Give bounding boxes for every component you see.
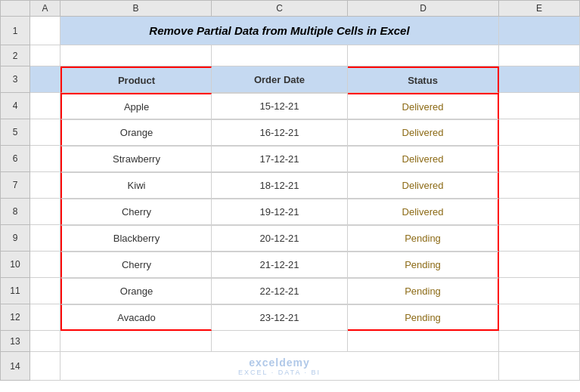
- cell-2c: [212, 45, 348, 66]
- cell-13b: [60, 331, 212, 352]
- cell-6b-product[interactable]: Strawberry: [60, 146, 212, 172]
- cell-12a: [30, 304, 60, 331]
- cell-8c-date: 19-12-21: [212, 199, 348, 225]
- cell-title: Remove Partial Data from Multiple Cells …: [60, 17, 499, 45]
- cell-6a: [30, 146, 60, 172]
- header-product: Product: [60, 66, 212, 93]
- row-3-headers: 3 Product Order Date Status: [0, 66, 580, 93]
- cell-7a: [30, 172, 60, 199]
- row-num-6: 6: [0, 146, 30, 172]
- row-5: 5 Orange 16-12-21 Delivered: [0, 119, 580, 146]
- cell-12d-status: Pending: [348, 304, 499, 331]
- cell-3e: [499, 66, 580, 93]
- cell-5b-product[interactable]: Orange: [60, 119, 212, 146]
- cell-7e: [499, 172, 580, 199]
- cell-9c-date: 20-12-21: [212, 225, 348, 252]
- cell-9e: [499, 225, 580, 252]
- row-num-7: 7: [0, 172, 30, 199]
- cell-7b-product[interactable]: Kiwi: [60, 172, 212, 199]
- col-header-e: E: [499, 0, 580, 17]
- watermark-cell: exceldemy EXCEL · DATA · BI: [60, 352, 499, 381]
- cell-9d-status: Pending: [348, 225, 499, 252]
- row-num-5: 5: [0, 119, 30, 146]
- cell-5c-date: 16-12-21: [212, 119, 348, 146]
- cell-5a: [30, 119, 60, 146]
- cell-1a: [30, 17, 60, 45]
- cell-4b-product[interactable]: Apple: [60, 93, 212, 119]
- row-num-14: 14: [0, 352, 30, 381]
- data-rows: 4 Apple 15-12-21 Delivered 5 Orange 16-1…: [0, 93, 580, 331]
- cell-13d: [348, 331, 499, 352]
- cell-4d-status: Delivered: [348, 93, 499, 119]
- column-headers: A B C D E: [0, 0, 580, 17]
- cell-12c-date: 23-12-21: [212, 304, 348, 331]
- cell-5e: [499, 119, 580, 146]
- spreadsheet: A B C D E 1 Remove Partial Data from Mul…: [0, 0, 580, 392]
- cell-11b-product[interactable]: Orange: [60, 278, 212, 304]
- cell-6d-status: Delivered: [348, 146, 499, 172]
- cell-11a: [30, 278, 60, 304]
- row-num-12: 12: [0, 304, 30, 331]
- watermark-main: exceldemy: [249, 357, 310, 369]
- cell-8b-product[interactable]: Cherry: [60, 199, 212, 225]
- cell-14e: [499, 352, 580, 381]
- cell-5d-status: Delivered: [348, 119, 499, 146]
- row-6: 6 Strawberry 17-12-21 Delivered: [0, 146, 580, 172]
- cell-13c: [212, 331, 348, 352]
- cell-2e: [499, 45, 580, 66]
- cell-13e: [499, 331, 580, 352]
- cell-8e: [499, 199, 580, 225]
- cell-2d: [348, 45, 499, 66]
- corner-cell: [0, 0, 30, 17]
- cell-11c-date: 22-12-21: [212, 278, 348, 304]
- cell-6e: [499, 146, 580, 172]
- row-9: 9 Blackberry 20-12-21 Pending: [0, 225, 580, 252]
- cell-4a: [30, 93, 60, 119]
- row-num-11: 11: [0, 278, 30, 304]
- header-status: Status: [348, 66, 499, 93]
- row-4: 4 Apple 15-12-21 Delivered: [0, 93, 580, 119]
- cell-10c-date: 21-12-21: [212, 252, 348, 278]
- cell-10a: [30, 252, 60, 278]
- row-8: 8 Cherry 19-12-21 Delivered: [0, 199, 580, 225]
- row-13: 13: [0, 331, 580, 352]
- cell-11d-status: Pending: [348, 278, 499, 304]
- row-2: 2: [0, 45, 580, 66]
- cell-1e: [499, 17, 580, 45]
- row-1: 1 Remove Partial Data from Multiple Cell…: [0, 17, 580, 45]
- cell-7d-status: Delivered: [348, 172, 499, 199]
- watermark-sub: EXCEL · DATA · BI: [238, 369, 321, 376]
- cell-11e: [499, 278, 580, 304]
- row-num-9: 9: [0, 225, 30, 252]
- row-num-13: 13: [0, 331, 30, 352]
- row-num-2: 2: [0, 45, 30, 66]
- cell-12b-product[interactable]: Avacado: [60, 304, 212, 331]
- row-num-1: 1: [0, 17, 30, 45]
- row-14-watermark: 14 exceldemy EXCEL · DATA · BI: [0, 352, 580, 381]
- cell-9a: [30, 225, 60, 252]
- cell-6c-date: 17-12-21: [212, 146, 348, 172]
- cell-9b-product[interactable]: Blackberry: [60, 225, 212, 252]
- cell-10d-status: Pending: [348, 252, 499, 278]
- cell-4e: [499, 93, 580, 119]
- col-header-b: B: [60, 0, 212, 17]
- row-12: 12 Avacado 23-12-21 Pending: [0, 304, 580, 331]
- cell-13a: [30, 331, 60, 352]
- cell-8a: [30, 199, 60, 225]
- cell-8d-status: Delivered: [348, 199, 499, 225]
- row-num-8: 8: [0, 199, 30, 225]
- row-num-4: 4: [0, 93, 30, 119]
- row-7: 7 Kiwi 18-12-21 Delivered: [0, 172, 580, 199]
- cell-3a: [30, 66, 60, 93]
- cell-2b: [60, 45, 212, 66]
- header-order-date: Order Date: [212, 66, 348, 93]
- col-header-d: D: [348, 0, 499, 17]
- col-header-c: C: [212, 0, 348, 17]
- row-num-3: 3: [0, 66, 30, 93]
- row-10: 10 Cherry 21-12-21 Pending: [0, 252, 580, 278]
- cell-4c-date: 15-12-21: [212, 93, 348, 119]
- col-header-a: A: [30, 0, 60, 17]
- cell-10b-product[interactable]: Cherry: [60, 252, 212, 278]
- cell-10e: [499, 252, 580, 278]
- cell-14a: [30, 352, 60, 381]
